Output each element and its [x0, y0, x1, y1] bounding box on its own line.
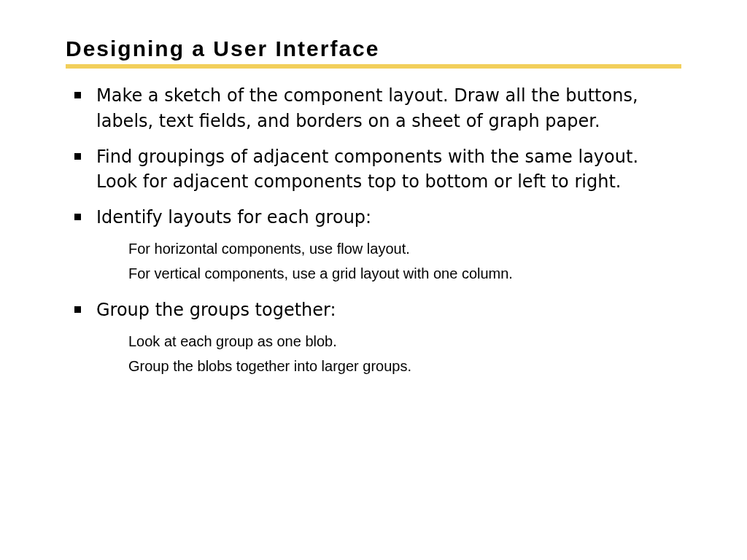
bullet-text: Identify layouts for each group:	[96, 207, 371, 228]
sub-item: Look at each group as one blob.	[128, 330, 681, 352]
bullet-item: Identify layouts for each group: For hor…	[96, 205, 681, 284]
bullet-text: Find groupings of adjacent components wi…	[96, 147, 638, 192]
sub-item: For horizontal components, use flow layo…	[128, 238, 681, 260]
sub-item: Group the blobs together into larger gro…	[128, 355, 681, 377]
sub-list: Look at each group as one blob. Group th…	[96, 330, 681, 377]
bullet-item: Make a sketch of the component layout. D…	[96, 83, 681, 134]
sub-item: For vertical components, use a grid layo…	[128, 262, 681, 284]
bullet-list: Make a sketch of the component layout. D…	[66, 83, 681, 377]
title-underline	[66, 64, 681, 69]
slide-title: Designing a User Interface	[66, 36, 681, 61]
bullet-text: Group the groups together:	[96, 300, 336, 320]
bullet-text: Make a sketch of the component layout. D…	[96, 85, 638, 131]
slide: Designing a User Interface Make a sketch…	[0, 0, 747, 377]
sub-list: For horizontal components, use flow layo…	[96, 238, 681, 284]
bullet-item: Find groupings of adjacent components wi…	[96, 144, 681, 195]
bullet-item: Group the groups together: Look at each …	[96, 298, 681, 377]
